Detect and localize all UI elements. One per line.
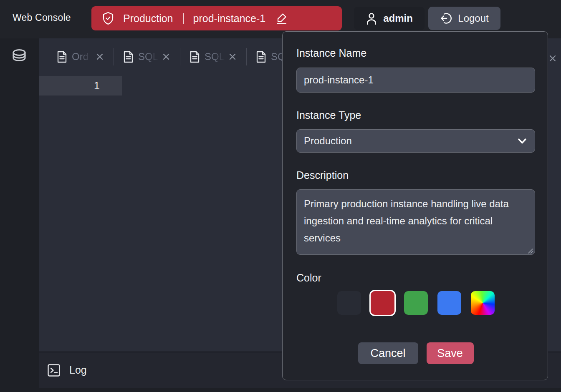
- instance-name-field-label: Instance Name: [296, 47, 535, 59]
- web-console-app: Web Console Production prod-instance-1: [0, 0, 561, 392]
- active-line-gutter: 1: [39, 76, 122, 95]
- tab-label: SQL: [138, 51, 160, 63]
- close-icon[interactable]: [162, 52, 171, 61]
- chevron-down-icon: [518, 138, 526, 144]
- tab-orders[interactable]: Ord: [48, 51, 114, 63]
- color-swatch-blue[interactable]: [437, 291, 461, 315]
- description-field-label: Description: [296, 169, 535, 181]
- tab-label: SQL: [205, 51, 226, 63]
- resize-handle-icon[interactable]: [528, 249, 533, 254]
- description-wrapper: Primary production instance handling liv…: [296, 189, 535, 256]
- file-icon: [190, 51, 200, 63]
- color-swatch-default[interactable]: [337, 291, 361, 315]
- edit-instance-modal: Instance Name Instance Type Production D…: [282, 31, 548, 380]
- color-swatch-row: [296, 291, 535, 315]
- tab-sql-2[interactable]: SQL: [180, 51, 246, 63]
- tab-sql-1[interactable]: SQL: [114, 51, 180, 63]
- description-textarea[interactable]: Primary production instance handling liv…: [296, 189, 535, 255]
- logout-button-label: Logout: [458, 13, 488, 24]
- line-number: 1: [94, 76, 100, 95]
- close-icon[interactable]: [548, 54, 557, 63]
- user-button-label: admin: [383, 13, 413, 24]
- file-icon: [256, 51, 266, 63]
- cancel-button[interactable]: Cancel: [358, 342, 418, 364]
- instance-type-field-label: Instance Type: [296, 109, 535, 121]
- bottom-strip: [39, 388, 561, 392]
- instance-type-select[interactable]: Production: [296, 129, 535, 153]
- database-icon[interactable]: [11, 48, 28, 68]
- instance-badge[interactable]: Production prod-instance-1: [91, 6, 342, 30]
- app-title: Web Console: [13, 12, 71, 23]
- badge-divider: [183, 13, 184, 24]
- save-button[interactable]: Save: [427, 342, 474, 364]
- terminal-icon: [47, 364, 61, 377]
- instance-type-label: Production: [123, 13, 173, 25]
- instance-type-selected-value: Production: [304, 135, 352, 147]
- tab-label: Ord: [72, 51, 94, 63]
- color-swatch-green[interactable]: [404, 291, 428, 315]
- close-icon[interactable]: [228, 52, 237, 61]
- file-icon: [57, 51, 67, 63]
- color-field-label: Color: [296, 272, 535, 284]
- color-swatch-red[interactable]: [371, 291, 394, 315]
- shield-check-icon: [102, 12, 114, 25]
- left-sidebar: [0, 38, 39, 392]
- user-icon: [366, 12, 377, 25]
- logout-button[interactable]: Logout: [428, 7, 500, 30]
- color-swatch-custom[interactable]: [471, 291, 495, 315]
- logout-icon: [440, 12, 452, 25]
- modal-button-row: Cancel Save: [296, 342, 535, 364]
- edit-pencil-icon[interactable]: [275, 12, 288, 25]
- user-button[interactable]: admin: [354, 7, 425, 30]
- log-panel-label: Log: [69, 364, 87, 376]
- file-icon: [123, 51, 134, 63]
- instance-name-label: prod-instance-1: [193, 13, 266, 25]
- close-icon[interactable]: [95, 52, 104, 61]
- instance-name-input[interactable]: [296, 68, 535, 93]
